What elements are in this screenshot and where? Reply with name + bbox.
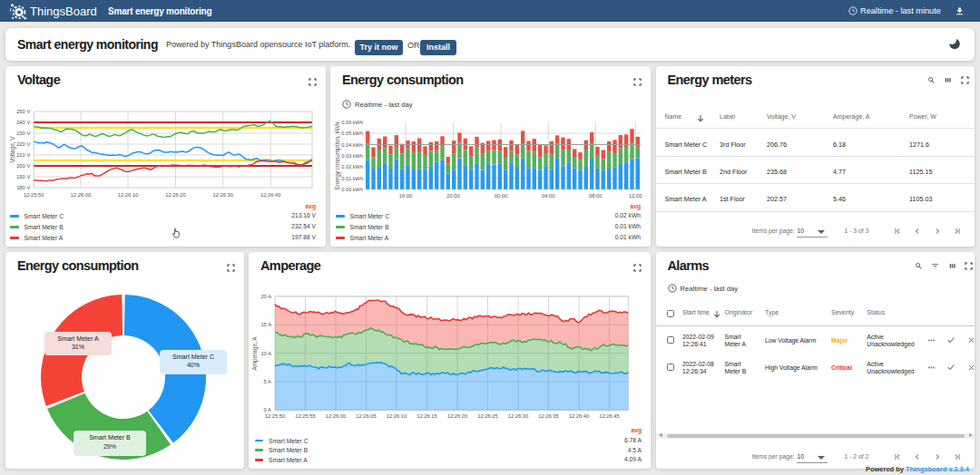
svg-text:04:00: 04:00 (542, 193, 555, 199)
svg-text:12:25:50: 12:25:50 (265, 413, 286, 419)
svg-text:12:26:10: 12:26:10 (118, 192, 139, 198)
svg-text:16:00: 16:00 (399, 193, 413, 199)
svg-text:Energy consumption, kWh: Energy consumption, kWh (334, 121, 341, 189)
svg-text:12:26:25: 12:26:25 (477, 413, 498, 419)
svg-text:12:26:35: 12:26:35 (538, 413, 559, 419)
svg-text:180 V: 180 V (16, 185, 30, 190)
svg-text:12:26:45: 12:26:45 (599, 413, 620, 419)
svg-text:Amperage, A: Amperage, A (251, 336, 259, 371)
svg-text:0.04 kWh: 0.04 kWh (341, 142, 363, 148)
svg-text:0.06 kWh: 0.06 kWh (341, 120, 363, 125)
svg-text:12:26:05: 12:26:05 (356, 413, 377, 419)
svg-text:12:00: 12:00 (629, 193, 642, 199)
svg-text:5 A: 5 A (264, 379, 272, 384)
svg-text:12:25:50: 12:25:50 (24, 192, 44, 198)
svg-text:0.02 kWh: 0.02 kWh (341, 164, 363, 170)
svg-text:230 V: 230 V (16, 131, 30, 136)
svg-text:12:26:30: 12:26:30 (212, 192, 233, 198)
svg-text:20 A: 20 A (260, 294, 271, 299)
svg-text:12:26:10: 12:26:10 (387, 413, 407, 419)
svg-text:Voltage, V: Voltage, V (9, 136, 16, 163)
svg-text:12:25:55: 12:25:55 (295, 413, 316, 419)
svg-text:12:26:40: 12:26:40 (569, 413, 590, 419)
svg-text:12:26:00: 12:26:00 (326, 413, 347, 419)
svg-text:0.00 kWh: 0.00 kWh (341, 187, 363, 192)
svg-text:0.01 kWh: 0.01 kWh (341, 176, 363, 181)
svg-text:12:26:40: 12:26:40 (260, 192, 281, 198)
svg-text:12:26:15: 12:26:15 (416, 413, 437, 419)
svg-text:00:00: 00:00 (495, 193, 508, 199)
svg-text:0.03 kWh: 0.03 kWh (341, 153, 363, 159)
svg-text:220 V: 220 V (16, 141, 30, 147)
svg-text:08:00: 08:00 (589, 193, 603, 199)
svg-text:250 V: 250 V (16, 109, 30, 114)
svg-text:15 A: 15 A (260, 322, 271, 327)
svg-text:12:26:20: 12:26:20 (447, 413, 468, 419)
svg-text:12:26:00: 12:26:00 (71, 192, 92, 198)
svg-text:210 V: 210 V (16, 152, 30, 158)
svg-text:20:00: 20:00 (446, 193, 460, 199)
svg-text:0.05 kWh: 0.05 kWh (341, 131, 363, 136)
svg-text:12:26:20: 12:26:20 (165, 192, 186, 198)
svg-text:12:26:30: 12:26:30 (508, 413, 529, 419)
svg-text:10 A: 10 A (260, 351, 271, 356)
svg-text:200 V: 200 V (16, 163, 30, 169)
svg-text:240 V: 240 V (16, 120, 30, 125)
svg-text:190 V: 190 V (16, 174, 30, 179)
svg-text:0 A: 0 A (264, 407, 272, 412)
